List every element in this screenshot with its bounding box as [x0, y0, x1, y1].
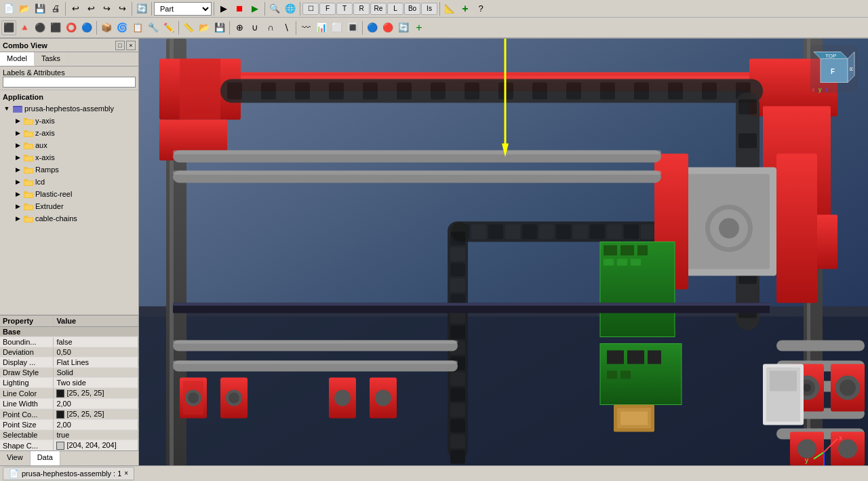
transform-tool[interactable]: 🔄: [396, 20, 411, 35]
stop-button[interactable]: ⏹: [232, 1, 247, 16]
svg-rect-1: [13, 107, 22, 113]
add-button[interactable]: +: [458, 1, 473, 16]
item-folder-icon: [23, 140, 34, 151]
tree-item[interactable]: ▶ aux: [0, 139, 138, 151]
prop-name: Draw Style: [0, 368, 54, 378]
tree-item[interactable]: ▶ y-axis: [0, 115, 138, 127]
tab-model[interactable]: Model: [0, 52, 35, 66]
tree-item[interactable]: ▶ z-axis: [0, 127, 138, 139]
prop-value-color: [25, 25, 25]: [54, 409, 138, 420]
redo2-button[interactable]: ↪: [115, 1, 130, 16]
section-tool[interactable]: 📏: [181, 20, 196, 35]
extrude-tool[interactable]: 📦: [99, 20, 114, 35]
save-button[interactable]: 💾: [33, 1, 47, 16]
print-button[interactable]: 🖨: [48, 1, 63, 16]
open-button[interactable]: 📂: [17, 1, 32, 16]
item-folder-icon: [23, 164, 34, 175]
undo-button[interactable]: ↩: [68, 1, 83, 16]
zoom-button[interactable]: 🔍: [267, 1, 282, 16]
svg-rect-67: [600, 83, 615, 100]
tube-tool[interactable]: 🔵: [79, 20, 94, 35]
svg-rect-49: [295, 83, 310, 100]
combo-view-title: Combo View: [3, 41, 47, 50]
redo-button[interactable]: ↪: [99, 1, 114, 16]
labels-input[interactable]: [3, 77, 136, 88]
svg-rect-99: [590, 225, 605, 239]
offset-tool[interactable]: ⬜: [330, 20, 344, 35]
view-right[interactable]: R: [353, 3, 370, 15]
props-panel: Property Value BaseBoundin...falseDeviat…: [0, 315, 138, 450]
undo2-button[interactable]: ↩: [83, 1, 98, 16]
loft-tool[interactable]: 📊: [314, 20, 329, 35]
mirror-tool[interactable]: 📋: [130, 20, 145, 35]
create-shape-tool[interactable]: 🔵: [365, 20, 380, 35]
play-button[interactable]: ▶: [216, 1, 231, 16]
thickness-tool[interactable]: 🔳: [345, 20, 360, 35]
svg-point-165: [188, 393, 199, 404]
export-tool[interactable]: 💾: [212, 20, 227, 35]
model-tasks-tabs: Model Tasks: [0, 52, 138, 66]
item-folder-icon: [23, 201, 34, 212]
view-button[interactable]: 🌐: [283, 1, 298, 16]
boolean-tool[interactable]: ⊕: [232, 20, 247, 35]
box-tool[interactable]: ⬛: [1, 20, 16, 35]
combo-view-close[interactable]: ×: [126, 41, 136, 50]
new-button[interactable]: 📄: [1, 1, 16, 16]
svg-rect-123: [450, 450, 465, 464]
import-tool[interactable]: 📂: [197, 20, 212, 35]
prop-value: false: [54, 337, 138, 347]
item-folder-icon: [23, 128, 34, 138]
refresh-button[interactable]: 🔄: [134, 1, 149, 16]
build-shape-tool[interactable]: 🔴: [380, 20, 395, 35]
view-front[interactable]: F: [319, 3, 336, 15]
svg-rect-2: [24, 118, 28, 119]
fillet-tool[interactable]: 🔧: [146, 20, 161, 35]
tab-data[interactable]: Data: [31, 451, 60, 465]
measure-button[interactable]: 📐: [442, 1, 457, 16]
viewport[interactable]: F TOP R x y z x y z: [139, 39, 868, 465]
tree-root-item[interactable]: ▼ prusa-hephestos-assembly: [0, 102, 138, 115]
svg-rect-130: [776, 154, 817, 303]
view-rear[interactable]: Re: [370, 3, 387, 15]
props-row: Boundin...false: [0, 337, 138, 347]
play2-button[interactable]: ▶: [248, 1, 262, 16]
view-top[interactable]: T: [336, 3, 353, 15]
view-isometric[interactable]: Is: [421, 3, 437, 15]
view-left[interactable]: L: [387, 3, 403, 15]
tree-item[interactable]: ▶ lcd: [0, 176, 138, 188]
status-tab[interactable]: 📄 prusa-hephestos-assembly : 1 ×: [3, 467, 134, 480]
svg-point-172: [375, 390, 391, 406]
intersect-tool[interactable]: ∩: [263, 20, 278, 35]
torus-tool[interactable]: ⭕: [64, 20, 79, 35]
combo-view-minimize[interactable]: □: [115, 41, 125, 50]
tree-item[interactable]: ▶ Ramps: [0, 163, 138, 176]
sweep-tool[interactable]: 〰: [298, 20, 313, 35]
sphere-tool[interactable]: ⚫: [33, 20, 47, 35]
revolve-tool[interactable]: 🌀: [115, 20, 130, 35]
svg-rect-23: [24, 204, 28, 205]
separator-3: [151, 2, 152, 16]
tree-item[interactable]: ▶ cable-chains: [0, 212, 138, 225]
main-layout: Combo View □ × Model Tasks Labels & Attr…: [0, 39, 868, 465]
svg-rect-148: [620, 412, 648, 425]
tab-view[interactable]: View: [0, 451, 31, 465]
svg-rect-150: [173, 151, 661, 155]
tab-tasks[interactable]: Tasks: [35, 52, 68, 66]
tree-item[interactable]: ▶ Extruder: [0, 200, 138, 212]
chamfer-tool[interactable]: ✏️: [161, 20, 176, 35]
cut-tool[interactable]: ∖: [279, 20, 294, 35]
view-home[interactable]: ☐: [302, 3, 319, 15]
item-arrow-icon: ▶: [14, 214, 22, 223]
help-icon[interactable]: ?: [473, 1, 488, 16]
cylinder-tool[interactable]: ⬛: [48, 20, 63, 35]
union-tool[interactable]: ∪: [248, 20, 262, 35]
extra-tool[interactable]: +: [412, 20, 427, 35]
tree-item[interactable]: ▶ x-axis: [0, 151, 138, 163]
cone-tool[interactable]: 🔺: [17, 20, 32, 35]
tree-item[interactable]: ▶ Plastic-reel: [0, 188, 138, 200]
svg-rect-66: [583, 83, 598, 100]
prop-name: Lighting: [0, 378, 54, 388]
view-bottom[interactable]: Bo: [404, 3, 420, 15]
status-close-icon[interactable]: ×: [124, 469, 128, 477]
workbench-selector[interactable]: Part PartDesign Sketcher: [154, 2, 212, 16]
